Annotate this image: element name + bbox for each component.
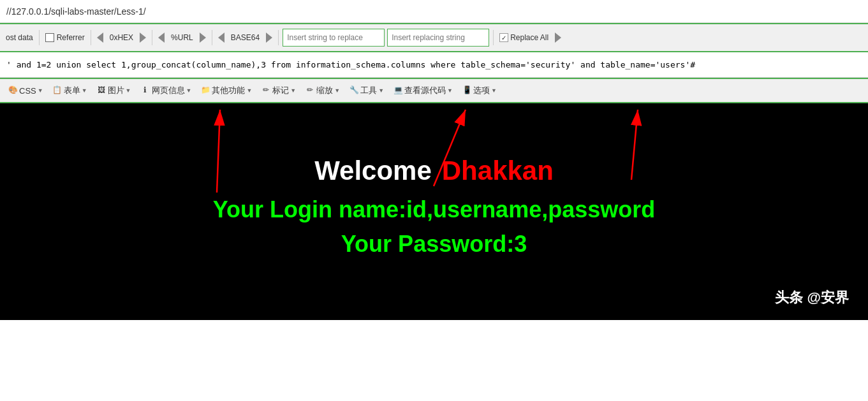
options-dropdown-icon: ▼ [491, 87, 497, 94]
replace-arrow-right-icon [555, 33, 561, 43]
replace-all-item[interactable]: ✓ Replace All [497, 32, 550, 43]
form-icon: 📋 [52, 85, 63, 96]
mark-icon: ✏ [261, 85, 271, 96]
replace-right-arrow[interactable] [553, 31, 563, 44]
image-dropdown-icon: ▼ [126, 87, 131, 94]
dhakkan-text: Dhakkan [442, 156, 554, 186]
source-icon: 💻 [393, 85, 403, 96]
css-menu-item[interactable]: 🎨 CSS ▼ [5, 84, 46, 97]
referrer-checkbox[interactable] [45, 33, 54, 42]
url-text: //127.0.0.1/sqli-labs-master/Less-1/ [6, 6, 146, 17]
zoom-menu-item[interactable]: ✏ 缩放 ▼ [302, 84, 342, 98]
zoom-dropdown-icon: ▼ [334, 87, 340, 94]
password-text: Your Password:3 [341, 231, 527, 258]
query-bar: ' and 1=2 union select 1,group_concat(co… [0, 52, 868, 78]
hex-label: 0xHEX [110, 33, 133, 42]
base64-right-arrow[interactable] [264, 31, 274, 44]
welcome-text: Welcome [314, 156, 432, 186]
base64-item[interactable]: BASE64 [229, 32, 261, 43]
replace-all-label: Replace All [510, 33, 548, 42]
svg-line-3 [217, 110, 220, 193]
url-left-arrow[interactable] [156, 31, 166, 44]
url-item[interactable]: %URL [169, 32, 195, 43]
mark-dropdown-icon: ▼ [290, 87, 296, 94]
url-arrow-left-icon [158, 33, 165, 43]
tools-menu-item[interactable]: 🔧 工具 ▼ [346, 84, 386, 98]
main-content: Welcome Dhakkan Your Login name:id,usern… [0, 103, 868, 320]
other-menu-item[interactable]: 📁 其他功能 ▼ [198, 84, 254, 98]
form-label: 表单 [64, 85, 80, 96]
base64-arrow-right-icon [266, 33, 272, 43]
url-label: %URL [171, 33, 193, 42]
address-bar: //127.0.0.1/sqli-labs-master/Less-1/ [0, 0, 868, 23]
chinese-toolbar: 🎨 CSS ▼ 📋 表单 ▼ 🖼 图片 ▼ ℹ 网页信息 ▼ 📁 其他功能 ▼ … [0, 78, 868, 103]
zoom-icon: ✏ [305, 85, 315, 96]
referrer-label: Referrer [57, 33, 85, 42]
options-menu-item[interactable]: 📱 选项 ▼ [459, 84, 499, 98]
pageinfo-icon: ℹ [140, 85, 151, 96]
login-name-text: Your Login name:id,username,password [213, 196, 655, 223]
css-label: CSS [19, 86, 36, 96]
separator-4 [212, 30, 212, 45]
insert-replace-input[interactable] [283, 29, 385, 47]
url-right-arrow[interactable] [198, 31, 208, 44]
css-icon: 🎨 [8, 85, 18, 96]
separator-1 [39, 30, 40, 45]
url-arrow-right-icon [200, 33, 206, 43]
svg-line-5 [631, 110, 638, 180]
tools-label: 工具 [360, 85, 377, 96]
form-dropdown-icon: ▼ [82, 87, 87, 94]
pageinfo-label: 网页信息 [152, 85, 185, 96]
other-icon: 📁 [200, 85, 210, 96]
css-dropdown-icon: ▼ [38, 87, 43, 94]
form-menu-item[interactable]: 📋 表单 ▼ [50, 84, 90, 98]
pageinfo-menu-item[interactable]: ℹ 网页信息 ▼ [138, 84, 195, 98]
post-data-label: ost data [6, 33, 33, 42]
separator-2 [91, 30, 91, 45]
options-label: 选项 [473, 85, 490, 96]
other-dropdown-icon: ▼ [246, 87, 252, 94]
hex-item[interactable]: 0xHEX [108, 32, 135, 43]
source-dropdown-icon: ▼ [447, 87, 453, 94]
referrer-item[interactable]: Referrer [43, 32, 87, 43]
zoom-label: 缩放 [316, 85, 333, 96]
base64-arrow-left-icon [218, 33, 224, 43]
hex-right-arrow[interactable] [138, 31, 148, 44]
image-icon: 🖼 [96, 85, 107, 96]
base64-left-arrow[interactable] [216, 31, 226, 44]
hex-arrow-right-icon [140, 33, 146, 43]
query-text: ' and 1=2 union select 1,group_concat(co… [6, 60, 695, 69]
separator-6 [493, 30, 494, 45]
source-label: 查看源代码 [404, 85, 446, 96]
separator-3 [152, 30, 152, 45]
hex-arrow-left-icon [97, 33, 103, 43]
welcome-line: Welcome Dhakkan [314, 156, 554, 186]
tools-icon: 🔧 [349, 85, 359, 96]
image-menu-item[interactable]: 🖼 图片 ▼ [94, 84, 134, 98]
source-menu-item[interactable]: 💻 查看源代码 ▼ [390, 84, 455, 98]
other-label: 其他功能 [212, 85, 245, 96]
options-icon: 📱 [462, 85, 472, 96]
watermark-text: 头条 @安界 [775, 288, 849, 307]
hex-left-arrow[interactable] [95, 31, 105, 44]
image-label: 图片 [108, 85, 124, 96]
separator-5 [278, 30, 279, 45]
pageinfo-dropdown-icon: ▼ [186, 87, 192, 94]
tools-dropdown-icon: ▼ [378, 87, 384, 94]
mark-menu-item[interactable]: ✏ 标记 ▼ [258, 84, 298, 98]
insert-replacing-input[interactable] [387, 29, 489, 47]
post-data-item[interactable]: ost data [4, 32, 35, 43]
replace-all-checkbox[interactable]: ✓ [499, 33, 508, 42]
base64-label: BASE64 [231, 33, 260, 42]
main-toolbar: ost data Referrer 0xHEX %URL BASE64 ✓ [0, 23, 868, 52]
mark-label: 标记 [272, 85, 289, 96]
